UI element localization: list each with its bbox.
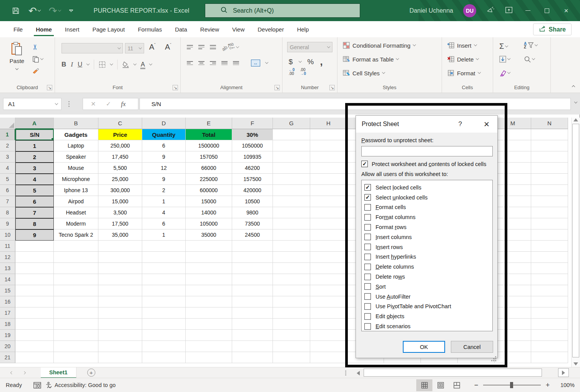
cell-B8[interactable]: Headset <box>54 207 98 218</box>
dialog-option[interactable]: Format rows <box>364 222 492 232</box>
cell-E14[interactable] <box>186 274 232 285</box>
underline-dropdown[interactable] <box>86 62 90 65</box>
cell-A1[interactable]: S/N <box>15 129 54 140</box>
maximize-button[interactable] <box>542 6 552 15</box>
row-header-2[interactable]: 2 <box>0 140 15 151</box>
cell-G8[interactable] <box>273 207 310 218</box>
cell-H18[interactable] <box>310 319 347 330</box>
tab-developer[interactable]: Developer <box>251 21 290 37</box>
cell-D21[interactable] <box>142 352 186 363</box>
cell-G16[interactable] <box>273 296 310 307</box>
sheet-tab-sheet1[interactable]: Sheet1 <box>41 367 76 378</box>
cell-A4[interactable]: 3 <box>15 163 54 174</box>
cell-B18[interactable] <box>54 319 98 330</box>
cell-B19[interactable] <box>54 330 98 341</box>
cell-F2[interactable]: 1050000 <box>232 140 273 151</box>
cell-C1[interactable]: Price <box>98 129 142 140</box>
cell-D16[interactable] <box>142 296 186 307</box>
cell-A12[interactable] <box>15 252 54 263</box>
cell-F8[interactable]: 9800 <box>232 207 273 218</box>
middle-align-icon[interactable] <box>198 45 204 49</box>
cell-B3[interactable]: Speaker <box>54 151 98 163</box>
cell-C21[interactable] <box>98 352 142 363</box>
column-header-G[interactable]: G <box>273 118 310 129</box>
dialog-option[interactable]: Edit objects <box>364 311 492 321</box>
alignment-dialog-launcher[interactable]: ↘ <box>274 85 280 90</box>
minimize-button[interactable] <box>523 6 532 15</box>
cell-H9[interactable] <box>310 218 347 229</box>
normal-view-button[interactable] <box>416 379 432 391</box>
cell-H4[interactable] <box>310 163 347 174</box>
cell-G12[interactable] <box>273 252 310 263</box>
dialog-option[interactable]: Insert rows <box>364 242 492 252</box>
cell-H5[interactable] <box>310 174 347 185</box>
macro-record-icon[interactable] <box>33 382 41 389</box>
avatar[interactable]: DU <box>463 4 476 17</box>
fill-color-icon[interactable] <box>122 61 129 68</box>
cell-E16[interactable] <box>186 296 232 307</box>
tab-view[interactable]: View <box>226 21 251 37</box>
row-header-5[interactable]: 5 <box>0 174 15 185</box>
row-header-19[interactable]: 19 <box>0 330 15 341</box>
cell-F16[interactable] <box>232 296 273 307</box>
cell-N18[interactable] <box>531 319 568 330</box>
cell-A8[interactable]: 7 <box>15 207 54 218</box>
row-header-14[interactable]: 14 <box>0 274 15 285</box>
cell-N17[interactable] <box>531 307 568 319</box>
dialog-help-icon[interactable]: ? <box>459 120 462 128</box>
dialog-option[interactable]: Insert hyperlinks <box>364 252 492 262</box>
zoom-percentage[interactable]: 100% <box>555 382 575 388</box>
cell-E2[interactable]: 1500000 <box>186 140 232 151</box>
cell-N6[interactable] <box>531 185 568 196</box>
cell-M2[interactable] <box>495 140 531 151</box>
cell-M6[interactable] <box>495 185 531 196</box>
cell-G3[interactable] <box>273 151 310 163</box>
cell-G10[interactable] <box>273 229 310 241</box>
cell-H1[interactable] <box>310 129 347 140</box>
cell-F1[interactable]: 30% <box>232 129 273 140</box>
align-left-icon[interactable] <box>187 61 193 65</box>
column-header-H[interactable]: H <box>310 118 347 129</box>
align-right-icon[interactable] <box>210 61 216 65</box>
cell-B5[interactable]: Microphone <box>54 174 98 185</box>
cell-M11[interactable] <box>495 241 531 252</box>
cell-B10[interactable]: Tecno Spark 2 <box>54 229 98 241</box>
row-header-17[interactable]: 17 <box>0 307 15 319</box>
cell-G1[interactable] <box>273 129 310 140</box>
cell-A14[interactable] <box>15 274 54 285</box>
cell-C5[interactable]: 25,000 <box>98 174 142 185</box>
wrap-text-icon[interactable]: abc↩ <box>229 43 234 50</box>
page-layout-view-button[interactable] <box>432 379 449 391</box>
search-box[interactable]: Search (Alt+Q) <box>205 3 360 18</box>
cell-N13[interactable] <box>531 263 568 274</box>
cell-D11[interactable] <box>142 241 186 252</box>
increase-indent-icon[interactable] <box>233 61 239 65</box>
format-as-table-button[interactable]: Format as Table <box>343 56 399 63</box>
dialog-option[interactable]: Format columns <box>364 212 492 222</box>
column-header-B[interactable]: B <box>54 118 98 129</box>
scrollbar-resize-handle[interactable] <box>345 370 346 372</box>
top-align-icon[interactable] <box>187 45 193 49</box>
cell-A20[interactable] <box>15 341 54 352</box>
checkbox-unchecked[interactable] <box>364 214 371 221</box>
cell-A15[interactable] <box>15 285 54 296</box>
cut-button[interactable]: ✂ <box>32 43 38 51</box>
cell-H7[interactable] <box>310 196 347 207</box>
cell-B7[interactable]: Airpod <box>54 196 98 207</box>
cell-H12[interactable] <box>310 252 347 263</box>
copy-button[interactable] <box>32 55 43 63</box>
cell-G2[interactable] <box>273 140 310 151</box>
column-header-N[interactable]: N <box>531 118 568 129</box>
tab-page-layout[interactable]: Page Layout <box>86 21 131 37</box>
cell-N12[interactable] <box>531 252 568 263</box>
cancel-button[interactable]: Cancel <box>451 341 493 353</box>
protect-worksheet-checkbox[interactable] <box>361 161 368 167</box>
font-dialog-launcher[interactable]: ↘ <box>173 85 178 90</box>
cell-E10[interactable]: 35000 <box>186 229 232 241</box>
cell-M17[interactable] <box>495 307 531 319</box>
cell-G20[interactable] <box>273 341 310 352</box>
dialog-close-icon[interactable]: ✕ <box>484 120 490 129</box>
cell-E19[interactable] <box>186 330 232 341</box>
cell-N9[interactable] <box>531 218 568 229</box>
ribbon-display-options-icon[interactable] <box>505 6 513 16</box>
